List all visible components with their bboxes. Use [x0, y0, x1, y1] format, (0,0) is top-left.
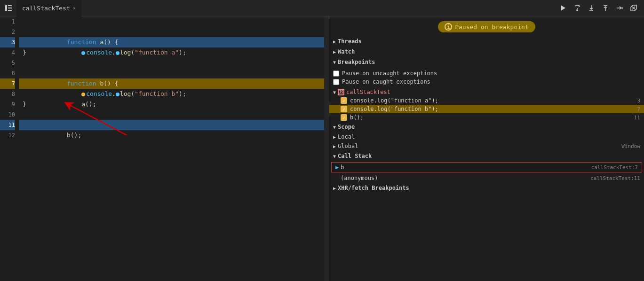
- editor-tab[interactable]: callStackTest ×: [16, 0, 81, 16]
- local-item[interactable]: ▶ Local: [329, 132, 644, 141]
- svg-point-12: [622, 8, 623, 9]
- scope-chevron: ▼: [333, 125, 336, 130]
- info-icon: i: [445, 23, 452, 31]
- breakpoints-content: Pause on uncaught exceptions Pause on ca…: [329, 67, 644, 88]
- pause-uncaught-label: Pause on uncaught exceptions: [342, 70, 437, 77]
- sidebar-toggle-btn[interactable]: [0, 0, 16, 16]
- line-num-9: 9: [0, 99, 15, 109]
- bp-text-1: console.log("function b");: [350, 106, 438, 112]
- line-numbers: 1 2 3 4 5 6 7 8 9 10 11 12: [0, 16, 19, 281]
- local-chevron: ▶: [333, 134, 336, 140]
- svg-rect-2: [8, 8, 12, 8]
- debug-panel: i Paused on breakpoint ▶ Threads ▶ Watch…: [329, 16, 644, 281]
- threads-chevron: ▶: [333, 39, 336, 44]
- global-chevron: ▶: [333, 144, 336, 149]
- debug-toolbar: [553, 1, 640, 15]
- code-line-11: b();: [19, 120, 324, 130]
- pause-caught-label: Pause on caught exceptions: [342, 78, 430, 85]
- code-line-1: [19, 16, 324, 27]
- line-num-12: 12: [0, 130, 15, 140]
- breakpoints-chevron: ▼: [333, 60, 336, 65]
- bp-file-row[interactable]: ▼ JS callStackTest: [329, 88, 644, 96]
- bp-line-0: 3: [637, 98, 640, 104]
- main-content: 1 2 3 4 5 6 7 8 9 10 11 12: [0, 16, 644, 281]
- breakpoints-section-header[interactable]: ▼ Breakpoints: [329, 57, 644, 67]
- bp-check-2: ✓: [341, 114, 347, 121]
- scope-section-header[interactable]: ▼ Scope: [329, 122, 644, 132]
- bp-line-2: 11: [634, 115, 640, 121]
- global-label: Global: [338, 143, 358, 149]
- bp-item-2[interactable]: ✓ b(); 11: [329, 113, 644, 122]
- svg-rect-1: [8, 5, 12, 6]
- pause-uncaught-row: Pause on uncaught exceptions: [333, 69, 640, 78]
- code-area: 1 2 3 4 5 6 7 8 9 10 11 12: [0, 16, 329, 281]
- line-num-10: 10: [0, 109, 15, 120]
- line-num-2: 2: [0, 27, 15, 37]
- watch-chevron: ▶: [333, 49, 336, 55]
- code-line-5: [19, 58, 324, 68]
- bp-file-icon: JS: [338, 89, 344, 95]
- svg-rect-3: [8, 10, 12, 11]
- line-num-1: 1: [0, 16, 15, 27]
- xhr-chevron: ▶: [333, 186, 336, 191]
- callstack-item-0[interactable]: ▶ b callStackTest:7: [331, 162, 642, 172]
- xhr-section-header[interactable]: ▶ XHR/fetch Breakpoints: [329, 183, 644, 193]
- code-line-2: function a() {: [19, 27, 324, 37]
- line-num-11: 11: [0, 120, 15, 130]
- editor-scrollbar[interactable]: [324, 16, 329, 281]
- callstack-chevron: ▼: [333, 154, 336, 159]
- bp-line-1: 7: [637, 106, 640, 112]
- scope-label: Scope: [338, 124, 355, 130]
- toolbar-right: [553, 1, 644, 15]
- stop-btn[interactable]: [627, 1, 640, 15]
- bp-check-1: ✓: [341, 106, 347, 112]
- callstack-label: Call Stack: [338, 153, 372, 159]
- resume-btn[interactable]: [557, 1, 570, 15]
- pause-caught-checkbox[interactable]: [333, 79, 339, 85]
- local-label: Local: [338, 133, 355, 140]
- global-item[interactable]: ▶ Global Window: [329, 141, 644, 151]
- callstack-loc-0: callStackTest:7: [591, 164, 638, 171]
- bp-check-0: ✓: [341, 97, 347, 104]
- callstack-loc-1: callStackTest:11: [590, 175, 640, 181]
- step-into-btn[interactable]: [585, 1, 598, 15]
- code-content: function a() { console.log("function a")…: [19, 16, 324, 281]
- pause-caught-row: Pause on caught exceptions: [333, 78, 640, 86]
- tab-close-btn[interactable]: ×: [73, 5, 76, 11]
- step-over-btn[interactable]: [571, 1, 584, 15]
- svg-rect-0: [5, 5, 7, 11]
- breakpoints-label: Breakpoints: [338, 59, 375, 65]
- svg-marker-4: [561, 5, 565, 11]
- bp-file-label: callStackTest: [346, 89, 390, 95]
- line-num-3: 3: [0, 37, 15, 47]
- paused-badge: i Paused on breakpoint: [438, 21, 535, 32]
- line-num-7: 7: [0, 78, 15, 89]
- callstack-name-0: b: [341, 164, 344, 171]
- line-num-8: 8: [0, 89, 15, 99]
- step-continue-btn[interactable]: [613, 1, 626, 15]
- callstack-section-header[interactable]: ▼ Call Stack: [329, 151, 644, 161]
- line-num-4: 4: [0, 47, 15, 58]
- step-out-btn[interactable]: [599, 1, 612, 15]
- watch-label: Watch: [338, 48, 355, 55]
- bp-file-chevron: ▼: [333, 90, 336, 95]
- line-num-5: 5: [0, 58, 15, 68]
- threads-label: Threads: [338, 38, 362, 45]
- callstack-item-1[interactable]: (anonymous) callStackTest:11: [329, 173, 644, 183]
- bp-item-0[interactable]: ✓ console.log("function a"); 3: [329, 96, 644, 105]
- editor-panel: 1 2 3 4 5 6 7 8 9 10 11 12: [0, 16, 329, 281]
- bp-text-0: console.log("function a");: [350, 97, 438, 104]
- debug-status: i Paused on breakpoint: [329, 16, 644, 36]
- watch-section-header[interactable]: ▶ Watch: [329, 47, 644, 57]
- bp-item-1[interactable]: ✓ console.log("function b"); 7: [329, 105, 644, 113]
- callstack-name-1: (anonymous): [341, 175, 378, 181]
- global-right-label: Window: [621, 143, 640, 149]
- threads-section-header[interactable]: ▶ Threads: [329, 36, 644, 47]
- bp-text-2: b();: [350, 114, 364, 121]
- top-bar: callStackTest ×: [0, 0, 644, 16]
- pause-uncaught-checkbox[interactable]: [333, 70, 339, 77]
- xhr-label: XHR/fetch Breakpoints: [338, 185, 409, 191]
- paused-label: Paused on breakpoint: [455, 23, 529, 31]
- code-line-6: function b() {: [19, 68, 324, 78]
- line-num-6: 6: [0, 68, 15, 78]
